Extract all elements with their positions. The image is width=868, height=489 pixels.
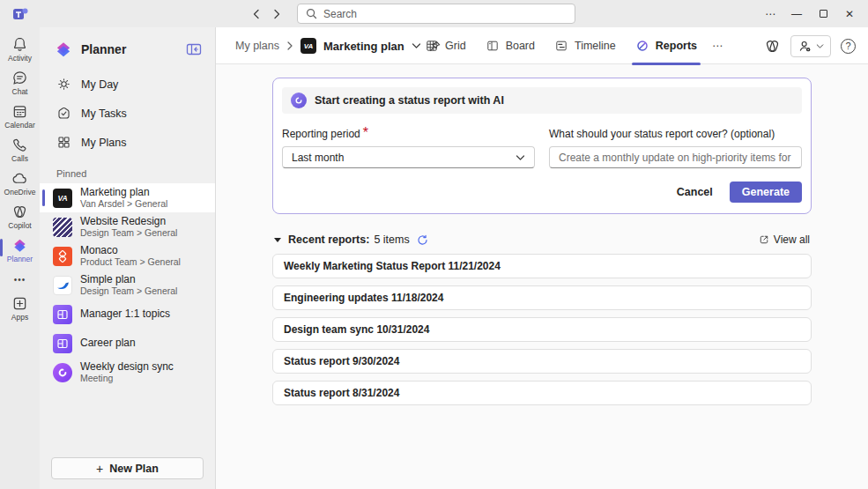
person-settings-icon xyxy=(798,39,812,54)
collapse-triangle-icon[interactable] xyxy=(274,238,281,242)
plan-header-bar: My plans VA Marketing plan Grid Board xyxy=(216,27,868,64)
search-input[interactable]: Search xyxy=(297,4,575,24)
reporting-period-select[interactable]: Last month xyxy=(282,146,535,168)
minimize-button[interactable]: — xyxy=(783,0,810,27)
cancel-button[interactable]: Cancel xyxy=(665,182,724,203)
new-plan-button[interactable]: + New Plan xyxy=(51,457,204,479)
copilot-avatar-icon xyxy=(291,93,307,108)
back-button[interactable] xyxy=(249,7,263,21)
report-card[interactable]: Status report 9/30/2024 xyxy=(272,349,812,374)
rail-label: Apps xyxy=(11,314,28,322)
plan-item-simple-plan[interactable]: Simple plan Design Team > General xyxy=(40,270,215,300)
breadcrumb-my-plans[interactable]: My plans xyxy=(235,40,279,52)
generate-button[interactable]: Generate xyxy=(730,182,802,203)
rail-item-activity[interactable]: Activity xyxy=(0,33,40,66)
maximize-icon xyxy=(820,10,827,18)
view-all-button[interactable]: View all xyxy=(759,233,810,246)
tab-grid[interactable]: Grid xyxy=(415,27,476,64)
plan-subtitle: Meeting xyxy=(80,373,174,384)
tab-label: Board xyxy=(506,40,535,52)
plan-title: Weekly design sync xyxy=(80,360,174,373)
collapse-sidebar-button[interactable] xyxy=(185,41,203,58)
new-plan-label: New Plan xyxy=(109,463,159,475)
required-asterisk: * xyxy=(363,125,368,140)
reporting-period-field: Reporting period* Last month xyxy=(282,125,535,168)
refresh-icon[interactable] xyxy=(417,234,428,246)
rail-item-chat[interactable]: Chat xyxy=(0,66,40,100)
report-card[interactable]: Status report 8/31/2024 xyxy=(272,381,812,405)
ai-panel-header: Start creating a status report with AI xyxy=(282,87,802,114)
tab-label: Reports xyxy=(656,40,697,52)
tab-reports[interactable]: Reports xyxy=(626,27,707,64)
plan-logo-stripes xyxy=(53,218,72,237)
chat-icon xyxy=(11,70,28,86)
report-card[interactable]: Weekly Marketing Status Report 11/21/202… xyxy=(272,254,812,278)
titlebar-more-button[interactable]: ⋯ xyxy=(757,0,783,27)
chevron-down-icon xyxy=(516,154,525,161)
report-card[interactable]: Design team sync 10/31/2024 xyxy=(272,317,812,342)
rail-label: Copilot xyxy=(8,222,31,230)
plan-badge: VA xyxy=(300,38,316,54)
help-button[interactable]: ? xyxy=(841,39,856,54)
recent-reports-count: 5 items xyxy=(374,233,409,246)
plan-logo-board xyxy=(53,334,72,353)
plan-subtitle: Design Team > General xyxy=(80,285,177,297)
planner-sidebar: Planner My Day My Tasks My Plans Pinned … xyxy=(40,27,216,489)
rail-label: Planner xyxy=(7,256,33,263)
ai-panel-title: Start creating a status report with AI xyxy=(315,94,504,107)
report-title: Engineering updates 11/18/2024 xyxy=(284,292,443,304)
tab-label: Timeline xyxy=(575,40,616,52)
plan-item-marketing-plan[interactable]: VA Marketing plan Van Arsdel > General xyxy=(40,183,215,212)
rail-item-planner[interactable]: Planner xyxy=(0,233,40,267)
cloud-icon xyxy=(11,170,28,187)
rail-label: Chat xyxy=(12,88,28,96)
open-external-icon xyxy=(759,234,769,245)
plan-item-career-plan[interactable]: Career plan xyxy=(40,329,215,358)
maximize-button[interactable] xyxy=(810,0,836,27)
tab-board[interactable]: Board xyxy=(476,27,545,64)
sidebar-item-my-tasks[interactable]: My Tasks xyxy=(40,99,215,128)
apps-icon xyxy=(11,295,28,312)
calendar-icon xyxy=(11,103,28,120)
copilot-icon xyxy=(11,204,28,220)
report-title: Design team sync 10/31/2024 xyxy=(284,323,429,336)
plan-title: Manager 1:1 topics xyxy=(80,307,170,320)
plan-title: Career plan xyxy=(80,337,136,349)
header-actions: ? xyxy=(764,27,856,64)
rail-more-button[interactable]: ••• xyxy=(0,267,40,292)
plan-item-weekly-design-sync[interactable]: Weekly design sync Meeting xyxy=(40,358,215,387)
rail-item-calendar[interactable]: Calendar xyxy=(0,100,40,133)
rail-item-calls[interactable]: Calls xyxy=(0,133,40,167)
plan-item-manager-topics[interactable]: Manager 1:1 topics xyxy=(40,300,215,329)
close-button[interactable]: ✕ xyxy=(836,0,863,27)
rail-item-onedrive[interactable]: OneDrive xyxy=(0,167,40,200)
forward-button[interactable] xyxy=(270,7,284,21)
grid-squares-icon xyxy=(56,135,71,150)
plan-item-monaco[interactable]: Monaco Product Team > General xyxy=(40,241,215,270)
rail-item-copilot[interactable]: Copilot xyxy=(0,200,40,233)
plan-item-website-redesign[interactable]: Website Redesign Design Team > General xyxy=(40,212,215,241)
members-dropdown-button[interactable] xyxy=(790,35,831,57)
report-cover-input[interactable] xyxy=(559,152,792,164)
main-area: My plans VA Marketing plan Grid Board xyxy=(216,27,868,489)
more-tabs-button[interactable]: ⋯ xyxy=(707,40,729,52)
panel-actions: Cancel Generate xyxy=(282,182,802,203)
ai-report-panel: Start creating a status report with AI R… xyxy=(272,78,812,214)
copilot-icon[interactable] xyxy=(764,38,781,55)
sidebar-item-my-plans[interactable]: My Plans xyxy=(40,128,215,157)
search-placeholder: Search xyxy=(323,8,357,20)
plan-title: Monaco xyxy=(80,244,181,256)
plus-icon: + xyxy=(96,462,103,476)
sidebar-item-label: My Plans xyxy=(81,137,126,149)
plan-logo-monaco xyxy=(53,247,72,266)
rail-label: Calendar xyxy=(4,122,35,130)
sidebar-item-label: My Day xyxy=(81,78,118,91)
sidebar-item-my-day[interactable]: My Day xyxy=(40,70,215,99)
board-view-icon xyxy=(486,39,500,53)
report-title: Weekly Marketing Status Report 11/21/202… xyxy=(284,260,501,272)
report-title: Status report 8/31/2024 xyxy=(284,387,399,399)
report-card[interactable]: Engineering updates 11/18/2024 xyxy=(272,285,812,310)
rail-item-apps[interactable]: Apps xyxy=(0,292,40,325)
rail-label: Calls xyxy=(11,155,28,163)
tab-timeline[interactable]: Timeline xyxy=(545,27,626,64)
